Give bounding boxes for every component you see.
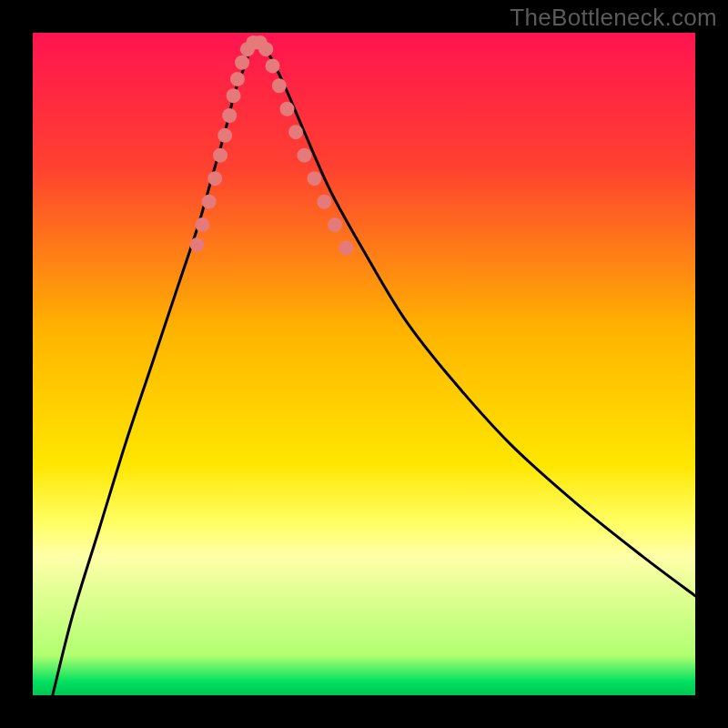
data-marker: [235, 56, 249, 70]
data-marker: [272, 78, 287, 93]
plot-area: [33, 33, 695, 695]
data-marker: [213, 148, 228, 163]
data-marker: [297, 148, 311, 163]
data-marker: [266, 58, 280, 73]
data-marker: [339, 241, 353, 256]
chart-container: TheBottleneck.com: [0, 0, 728, 728]
bottleneck-curve: [33, 33, 695, 695]
data-marker: [307, 171, 321, 186]
data-marker: [328, 217, 342, 232]
data-marker: [190, 238, 205, 252]
data-marker: [195, 217, 209, 232]
data-marker: [288, 125, 303, 139]
data-marker: [280, 102, 295, 116]
data-marker: [227, 88, 241, 103]
data-marker: [222, 108, 237, 123]
data-marker: [317, 195, 331, 209]
data-marker: [258, 42, 273, 56]
data-marker: [207, 171, 222, 186]
data-marker: [202, 195, 217, 209]
data-marker: [230, 72, 245, 86]
watermark-text: TheBottleneck.com: [510, 4, 717, 32]
data-marker: [217, 128, 232, 143]
